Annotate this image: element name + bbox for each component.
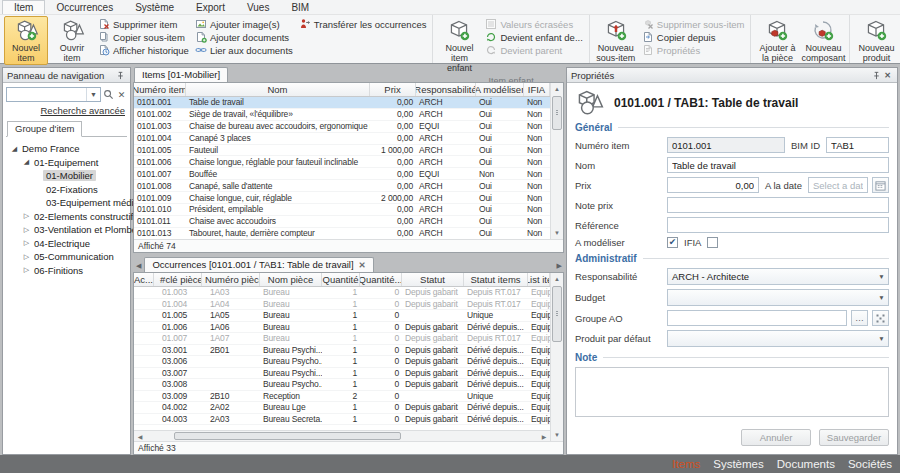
- table-row[interactable]: 01.0071A07Bureau10Depuis gabaritDepuis R…: [134, 333, 550, 345]
- note-textarea[interactable]: [575, 367, 889, 417]
- produit-par-defaut-dropdown[interactable]: ▼: [667, 330, 889, 347]
- clear-grid-icon[interactable]: [872, 310, 889, 326]
- scroll-down-icon[interactable]: ▼: [551, 227, 563, 239]
- tree-item-02-fixations[interactable]: 02-Fixations: [8, 183, 127, 197]
- column-header-ac[interactable]: Ac...: [134, 273, 154, 286]
- column-header-numero-item[interactable]: Numéro item: [134, 83, 186, 96]
- pin-icon[interactable]: [871, 70, 882, 81]
- tab-scroll-right-icon[interactable]: ▶: [555, 262, 564, 272]
- ajouter-a-la-piece-button[interactable]: Ajouter à la pièce: [755, 16, 799, 65]
- table-row[interactable]: 04.0032A03Bureau Secreta...10Depuis gaba…: [134, 414, 550, 426]
- menu-tab-item[interactable]: Item: [2, 0, 45, 14]
- tree-item-01-equipement[interactable]: ◢01-Equipement: [8, 156, 127, 170]
- menu-tab-export[interactable]: Export: [185, 1, 236, 14]
- column-header-a-modeliser[interactable]: A modéliser: [476, 83, 524, 96]
- scroll-right-icon[interactable]: ▶: [538, 433, 550, 440]
- table-row[interactable]: 03.006Bureau Psycho...10Depuis gabaritDé…: [134, 356, 550, 368]
- column-header-prix[interactable]: Prix: [370, 83, 416, 96]
- bim-id-field[interactable]: [826, 137, 889, 153]
- tree-item-demo-france[interactable]: ◢Demo France: [8, 142, 127, 156]
- tree-item-05-communication[interactable]: ▷05-Communication: [8, 250, 127, 264]
- close-icon[interactable]: ✕: [882, 70, 893, 81]
- table-row[interactable]: 0101.005Fauteuil1 000,00ARCHOuiNon: [134, 145, 550, 157]
- tab-scroll-left-icon[interactable]: ◀: [134, 262, 143, 272]
- tab-items[interactable]: Items [01-Mobilier]: [134, 67, 228, 82]
- ajouter-image-s-button[interactable]: Ajouter image(s): [195, 18, 293, 31]
- copier-depuis-button[interactable]: Copier depuis: [642, 31, 745, 44]
- calendar-icon[interactable]: [872, 177, 889, 193]
- table-row[interactable]: 03.0012B01Bureau Psychi...10Depuis gabar…: [134, 345, 550, 357]
- table-row[interactable]: 0101.006Chaise longue, réglable pour fau…: [134, 156, 550, 168]
- ajouter-documents-button[interactable]: Ajouter documents: [195, 31, 293, 44]
- table-row[interactable]: 0101.009Chaise longue, cuir, réglable2 0…: [134, 192, 550, 204]
- a-modeliser-checkbox[interactable]: ✔: [667, 237, 678, 248]
- close-tab-icon[interactable]: ✕: [359, 260, 366, 270]
- clear-search-icon[interactable]: ✕: [116, 89, 127, 100]
- pin-icon[interactable]: [115, 70, 126, 81]
- menu-tab-vues[interactable]: Vues: [236, 1, 280, 14]
- table-row[interactable]: 01.0051A05Bureau10UniqueEquipeme: [134, 310, 550, 322]
- nouveau-produit-button[interactable]: Nouveau produit: [854, 16, 898, 65]
- column-header-quantite[interactable]: Quantité: [322, 273, 360, 286]
- statusbar-item-items[interactable]: Items: [672, 458, 700, 470]
- statusbar-item-systemes[interactable]: Systèmes: [713, 458, 764, 470]
- scroll-left-icon[interactable]: ◀: [134, 433, 146, 440]
- tree-expanded-icon[interactable]: ◢: [10, 145, 19, 153]
- table-row[interactable]: 03.008Bureau Psycho...10Depuis gabaritDé…: [134, 379, 550, 391]
- nom-field[interactable]: [667, 157, 889, 173]
- save-button[interactable]: Sauvegarder: [819, 429, 889, 446]
- browse-ellipsis-button[interactable]: …: [851, 310, 868, 326]
- search-icon[interactable]: [103, 89, 114, 100]
- tree-collapsed-icon[interactable]: ▷: [22, 266, 31, 274]
- search-input[interactable]: ▼: [6, 87, 101, 102]
- tree-collapsed-icon[interactable]: ▷: [22, 226, 31, 234]
- column-header-statut[interactable]: Statut: [402, 273, 464, 286]
- scrollbar-thumb[interactable]: [552, 96, 562, 130]
- responsabilite-dropdown[interactable]: ARCH - Architecte ▼: [667, 268, 889, 285]
- menu-tab-occurrences[interactable]: Occurrences: [45, 1, 124, 14]
- ifia-checkbox[interactable]: [707, 237, 718, 248]
- afficher-historique-button[interactable]: Afficher historique: [98, 44, 189, 57]
- column-header-quantite[interactable]: Quantité...: [360, 273, 402, 286]
- column-header-ifia[interactable]: IFIA: [524, 83, 550, 96]
- supprimer-item-button[interactable]: Supprimer item: [98, 18, 189, 31]
- copier-sous-item-button[interactable]: Copier sous-item: [98, 31, 189, 44]
- budget-dropdown[interactable]: ▼: [667, 289, 889, 306]
- table-row[interactable]: 01.0061A06Bureau10Depuis gabaritDérivé d…: [134, 322, 550, 334]
- items-vertical-scrollbar[interactable]: ▲ ▼: [550, 83, 563, 239]
- table-row[interactable]: 0101.003Chaise de bureau avec accoudoirs…: [134, 121, 550, 133]
- table-row[interactable]: 03.007Bureau Psychi...10Depuis gabaritDé…: [134, 368, 550, 380]
- menu-tab-bim[interactable]: BIM: [280, 1, 320, 14]
- nouveau-sous-item-button[interactable]: Nouveau sous-item: [594, 16, 638, 65]
- occurrences-horizontal-scrollbar[interactable]: ◀ ▶: [134, 430, 550, 441]
- table-row[interactable]: 0101.001Table de travail0,00ARCHOuiNon: [134, 97, 550, 109]
- table-row[interactable]: 0101.002Siège de travail, «l'équilibre»0…: [134, 109, 550, 121]
- menu-tab-systeme[interactable]: Système: [124, 1, 185, 14]
- nouvel-item-button[interactable]: Nouvel item: [4, 16, 48, 65]
- prix-field[interactable]: [667, 177, 759, 193]
- table-row[interactable]: 0101.011Chaise avec accoudoirs0,00ARCHOu…: [134, 216, 550, 228]
- scroll-down-icon[interactable]: ▼: [551, 429, 563, 441]
- table-row[interactable]: 0101.007Bouffée0,00EQUINonNon: [134, 168, 550, 180]
- tab-occurrences[interactable]: Occurrences [0101.001 / TAB1: Table de t…: [144, 257, 373, 272]
- nouveau-composant-button[interactable]: Nouveau composant: [801, 16, 845, 65]
- tree-item-03-equipement-medical[interactable]: 03-Equipement médical: [8, 196, 127, 210]
- groupe-ao-field[interactable]: [667, 310, 847, 326]
- column-header-cle-piece[interactable]: #clé pièce: [154, 273, 202, 286]
- table-row[interactable]: 03.0092B10Reception20UniqueEquipeme: [134, 391, 550, 403]
- scroll-up-icon[interactable]: ▲: [551, 83, 563, 95]
- tree-collapsed-icon[interactable]: ▷: [22, 253, 31, 261]
- numero-item-field[interactable]: [667, 137, 785, 153]
- nouvel-item-enfant-button[interactable]: Nouvel item enfant: [437, 16, 481, 75]
- table-row[interactable]: 0101.008Canapé, salle d'attente0,00ARCHO…: [134, 180, 550, 192]
- reference-field[interactable]: [667, 217, 889, 233]
- scroll-up-icon[interactable]: ▲: [551, 273, 563, 285]
- tree-item-01-mobilier[interactable]: 01-Mobilier: [8, 169, 127, 183]
- scrollbar-thumb[interactable]: [552, 286, 562, 342]
- lier-aux-documents-button[interactable]: Lier aux documents: [195, 44, 293, 57]
- tree-expanded-icon[interactable]: ◢: [22, 158, 31, 166]
- column-header-nom-piece[interactable]: Nom pièce: [260, 273, 322, 286]
- column-header-responsabilite[interactable]: Responsabilité: [416, 83, 476, 96]
- ouvrir-item-button[interactable]: Ouvrir item: [50, 16, 94, 65]
- advanced-search-link[interactable]: Recherche avancée: [6, 105, 125, 116]
